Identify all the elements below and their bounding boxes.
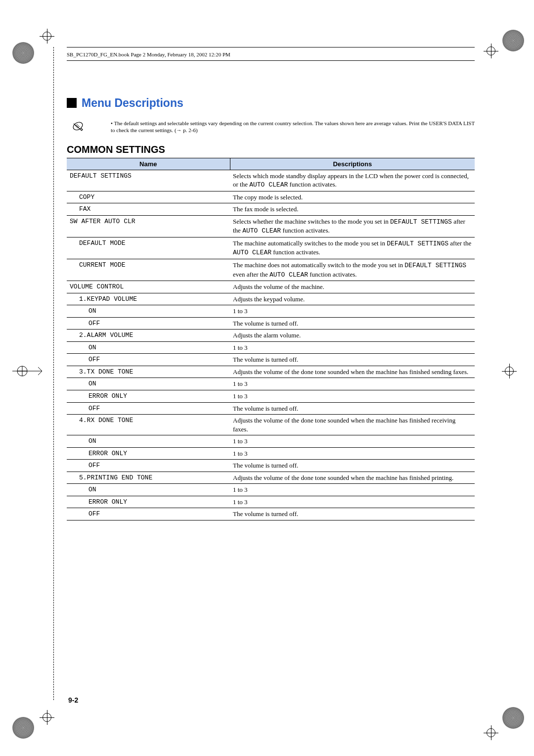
setting-description: The volume is turned off.: [230, 317, 475, 330]
setting-name: 3.TX DONE TONE: [67, 366, 230, 378]
crop-cross-tr: [484, 44, 498, 58]
setting-description: 1 to 3: [230, 305, 475, 318]
setting-name: ON: [67, 484, 230, 496]
note-bullet: •: [111, 120, 113, 126]
setting-name: 5.PRINTING END TONE: [67, 472, 230, 484]
setting-name: ERROR ONLY: [67, 496, 230, 508]
table-row: ERROR ONLY1 to 3: [67, 390, 475, 402]
setting-description: The machine does not automatically switc…: [230, 259, 475, 281]
crop-target-bl: [12, 717, 34, 739]
page-number: 9-2: [68, 696, 78, 704]
header-name: Name: [67, 158, 230, 170]
setting-name: DEFAULT MODE: [67, 237, 230, 259]
table-row: CURRENT MODEThe machine does not automat…: [67, 259, 475, 281]
setting-description: Adjusts the volume of the machine.: [230, 281, 475, 293]
setting-name: FAX: [67, 203, 230, 216]
table-row: OFFThe volume is turned off.: [67, 508, 475, 520]
setting-description: 1 to 3: [230, 341, 475, 354]
table-row: ERROR ONLY1 to 3: [67, 496, 475, 508]
crop-target-tr: [502, 30, 524, 51]
setting-name: 4.RX DONE TONE: [67, 415, 230, 435]
table-row: OFFThe volume is turned off.: [67, 460, 475, 472]
table-row: ON1 to 3: [67, 341, 475, 354]
setting-name: COPY: [67, 191, 230, 203]
setting-description: Adjusts the keypad volume.: [230, 293, 475, 305]
table-row: DEFAULT SETTINGSSelects which mode stand…: [67, 170, 475, 191]
table-row: COPYThe copy mode is selected.: [67, 191, 475, 203]
section-bullet-square: [67, 98, 77, 108]
setting-description: 1 to 3: [230, 447, 475, 460]
table-row: VOLUME CONTROLAdjusts the volume of the …: [67, 281, 475, 293]
section-title-text: Menu Descriptions: [82, 96, 183, 109]
setting-name: OFF: [67, 508, 230, 520]
table-row: 1.KEYPAD VOLUMEAdjusts the keypad volume…: [67, 293, 475, 305]
crop-cross-mr: [502, 364, 517, 378]
setting-description: 1 to 3: [230, 390, 475, 402]
setting-description: The fax mode is selected.: [230, 203, 475, 216]
book-info-text: SB_PC1270D_FG_EN.book Page 2 Monday, Feb…: [67, 51, 475, 57]
table-row: 4.RX DONE TONEAdjusts the volume of the …: [67, 415, 475, 435]
setting-name: ERROR ONLY: [67, 390, 230, 402]
setting-name: OFF: [67, 460, 230, 472]
table-row: ON1 to 3: [67, 435, 475, 448]
setting-description: The volume is turned off.: [230, 354, 475, 366]
setting-name: ON: [67, 435, 230, 448]
setting-name: OFF: [67, 354, 230, 366]
setting-description: Adjusts the volume of the done tone soun…: [230, 366, 475, 378]
setting-description: 1 to 3: [230, 484, 475, 496]
setting-description: 1 to 3: [230, 435, 475, 448]
setting-name: OFF: [67, 402, 230, 415]
table-row: 2.ALARM VOLUMEAdjusts the alarm volume.: [67, 330, 475, 342]
table-row: 3.TX DONE TONEAdjusts the volume of the …: [67, 366, 475, 378]
table-row: SW AFTER AUTO CLRSelects whether the mac…: [67, 215, 475, 237]
setting-name: ON: [67, 378, 230, 390]
note-icon: [72, 120, 84, 132]
setting-name: OFF: [67, 317, 230, 330]
setting-description: Adjusts the volume of the done tone soun…: [230, 415, 475, 435]
table-row: ON1 to 3: [67, 484, 475, 496]
crop-target-tl: [12, 42, 34, 64]
setting-name: 2.ALARM VOLUME: [67, 330, 230, 342]
header-desc: Descriptions: [230, 158, 475, 170]
table-row: OFFThe volume is turned off.: [67, 354, 475, 366]
table-row: FAXThe fax mode is selected.: [67, 203, 475, 216]
setting-name: DEFAULT SETTINGS: [67, 170, 230, 191]
table-row: OFFThe volume is turned off.: [67, 317, 475, 330]
crop-cross-bl: [40, 710, 54, 725]
header-rule-top: [67, 47, 475, 47]
table-row: OFFThe volume is turned off.: [67, 402, 475, 415]
note-body: The default settings and selectable sett…: [111, 120, 475, 133]
table-header-row: Name Descriptions: [67, 158, 475, 170]
setting-description: Adjusts the alarm volume.: [230, 330, 475, 342]
setting-name: 1.KEYPAD VOLUME: [67, 293, 230, 305]
setting-name: CURRENT MODE: [67, 259, 230, 281]
setting-description: The volume is turned off.: [230, 460, 475, 472]
setting-description: The volume is turned off.: [230, 402, 475, 415]
setting-description: 1 to 3: [230, 378, 475, 390]
setting-name: ERROR ONLY: [67, 447, 230, 460]
setting-description: Adjusts the volume of the done tone soun…: [230, 472, 475, 484]
crop-cross-br: [484, 725, 498, 740]
setting-description: Selects which mode standby display appea…: [230, 170, 475, 191]
setting-name: ON: [67, 341, 230, 354]
section-title: Menu Descriptions: [67, 96, 475, 110]
crop-target-br: [502, 707, 524, 729]
note-row: • The default settings and selectable se…: [72, 120, 475, 134]
spine-fold-line: [53, 47, 54, 700]
table-row: ON1 to 3: [67, 378, 475, 390]
setting-name: SW AFTER AUTO CLR: [67, 215, 230, 237]
setting-description: Selects whether the machine switches to …: [230, 215, 475, 237]
header-rule-bottom: [67, 60, 475, 61]
setting-description: The volume is turned off.: [230, 508, 475, 520]
crop-cross-tl: [40, 29, 54, 44]
settings-table: Name Descriptions DEFAULT SETTINGSSelect…: [67, 158, 475, 520]
table-row: 5.PRINTING END TONEAdjusts the volume of…: [67, 472, 475, 484]
setting-description: The machine automatically switches to th…: [230, 237, 475, 259]
setting-name: VOLUME CONTROL: [67, 281, 230, 293]
note-text: • The default settings and selectable se…: [111, 120, 475, 134]
table-row: DEFAULT MODEThe machine automatically sw…: [67, 237, 475, 259]
table-row: ERROR ONLY1 to 3: [67, 447, 475, 460]
subsection-title: COMMON SETTINGS: [67, 144, 475, 155]
spine-arrow-icon: [12, 361, 47, 381]
setting-description: 1 to 3: [230, 496, 475, 508]
